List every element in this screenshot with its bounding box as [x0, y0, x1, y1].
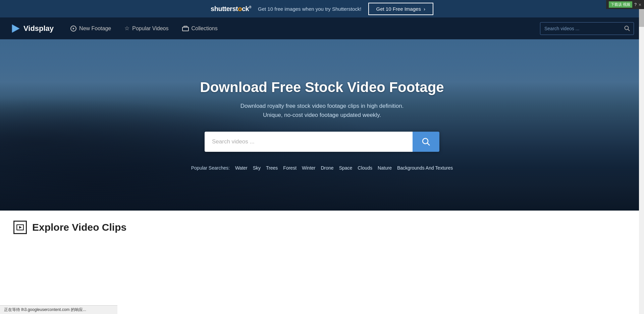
nav-search-input[interactable]	[540, 23, 621, 35]
cta-arrow-icon: ›	[424, 6, 425, 12]
svg-marker-1	[73, 28, 74, 30]
shutterstock-tagline: Get 10 free images when you try Shutters…	[258, 6, 361, 12]
new-footage-label: New Footage	[79, 26, 111, 32]
play-circle-icon	[70, 26, 76, 32]
popular-search-nature[interactable]: Nature	[378, 165, 392, 171]
hero-subtitle: Download royalty free stock video footag…	[7, 101, 637, 120]
popular-searches: Popular Searches: Water Sky Trees Forest…	[7, 165, 637, 171]
collections-icon	[182, 26, 189, 31]
popular-search-drone[interactable]: Drone	[321, 165, 334, 171]
download-video-button[interactable]: 下载该 视频	[609, 1, 632, 8]
logo-text: Vidsplay	[23, 24, 54, 33]
collections-label: Collections	[192, 26, 218, 32]
explore-section: Explore Video Clips	[0, 211, 644, 244]
hero-title: Download Free Stock Video Footage	[7, 79, 637, 95]
hero-search-button[interactable]	[413, 132, 439, 152]
download-close-button[interactable]: ×	[639, 2, 641, 7]
download-question: ?	[634, 2, 637, 7]
shutterstock-cta-button[interactable]: Get 10 Free Images ›	[368, 3, 433, 15]
popular-searches-label: Popular Searches:	[191, 165, 230, 171]
nav-links: New Footage ☆ Popular Videos Collections	[70, 25, 540, 32]
shutterstock-banner: shutterstock® Get 10 free images when yo…	[0, 0, 644, 17]
svg-point-3	[625, 26, 629, 30]
vidsplay-logo-icon	[10, 23, 21, 34]
site-logo[interactable]: Vidsplay	[10, 23, 54, 34]
svg-line-6	[427, 143, 430, 145]
hero-search-bar	[205, 132, 439, 152]
hero-subtitle-line2: Unique, no-cost video footage updated we…	[7, 110, 637, 120]
shutterstock-logo: shutterstock®	[211, 5, 251, 13]
hero-section: Download Free Stock Video Footage Downlo…	[0, 39, 644, 211]
svg-point-5	[423, 138, 428, 144]
search-icon	[624, 26, 630, 32]
popular-search-forest[interactable]: Forest	[283, 165, 297, 171]
popular-search-sky[interactable]: Sky	[253, 165, 261, 171]
svg-marker-8	[19, 226, 22, 229]
popular-search-clouds[interactable]: Clouds	[358, 165, 372, 171]
explore-title: Explore Video Clips	[32, 222, 126, 233]
popular-search-winter[interactable]: Winter	[302, 165, 315, 171]
star-icon: ☆	[124, 25, 129, 32]
hero-content: Download Free Stock Video Footage Downlo…	[0, 79, 644, 171]
download-toolbar: 下载该 视频 ? ×	[606, 0, 644, 9]
popular-search-trees[interactable]: Trees	[266, 165, 278, 171]
nav-item-collections[interactable]: Collections	[182, 26, 218, 32]
popular-search-water[interactable]: Water	[235, 165, 248, 171]
play-square-icon	[13, 221, 27, 234]
hero-search-input[interactable]	[205, 132, 413, 152]
nav-item-new-footage[interactable]: New Footage	[70, 26, 111, 32]
navbar: Vidsplay New Footage ☆ Popular Videos Co…	[0, 17, 644, 39]
hero-subtitle-line1: Download royalty free stock video footag…	[7, 101, 637, 110]
svg-rect-2	[182, 27, 189, 31]
hero-search-icon	[422, 137, 430, 146]
popular-search-backgrounds[interactable]: Backgrounds And Textures	[397, 165, 453, 171]
popular-videos-label: Popular Videos	[132, 26, 168, 32]
shutterstock-cta-label: Get 10 Free Images	[376, 6, 421, 12]
nav-search-button[interactable]	[621, 23, 634, 35]
popular-search-space[interactable]: Space	[339, 165, 353, 171]
nav-item-popular-videos[interactable]: ☆ Popular Videos	[124, 25, 168, 32]
nav-search-bar	[540, 22, 634, 35]
svg-line-4	[628, 29, 630, 31]
scrollbar[interactable]	[639, 0, 644, 244]
svg-marker-0	[12, 25, 19, 33]
